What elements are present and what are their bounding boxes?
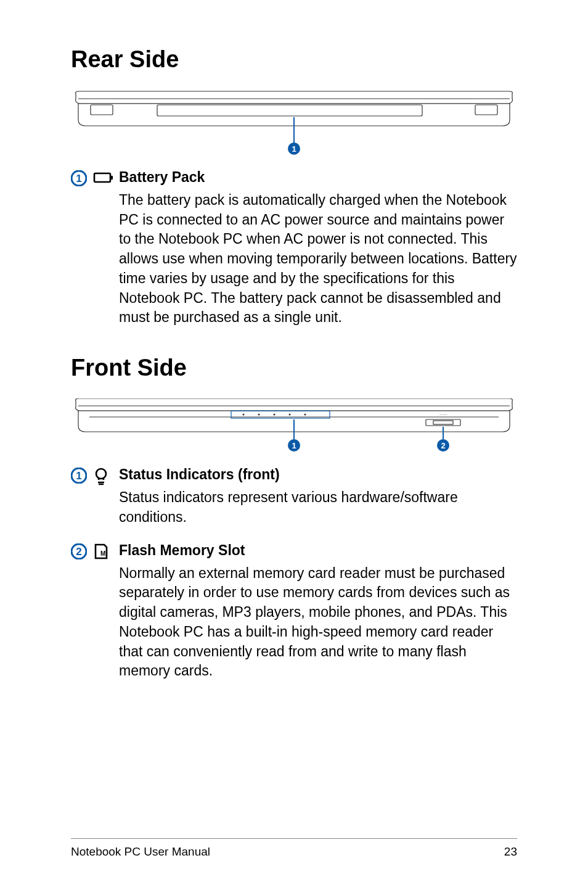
svg-text:M: M: [100, 550, 105, 557]
svg-text:2: 2: [76, 546, 81, 558]
badge-2-icon: 2: [71, 543, 87, 559]
flash-memory-heading: Flash Memory Slot: [119, 542, 517, 559]
svg-point-27: [96, 469, 106, 479]
svg-rect-8: [94, 173, 110, 182]
front-callout-1: 1: [292, 441, 296, 450]
rear-callout-1: 1: [292, 144, 296, 154]
status-indicators-body: Status indicators represent various hard…: [119, 488, 517, 527]
memory-card-icon: M: [93, 543, 110, 561]
badge-1-icon: 1: [71, 468, 87, 484]
footer-page-number: 23: [504, 845, 517, 859]
svg-point-17: [304, 414, 306, 416]
front-callout-2: 2: [441, 441, 445, 450]
svg-point-13: [243, 414, 245, 416]
svg-point-15: [274, 414, 276, 416]
status-indicators-heading: Status Indicators (front): [119, 466, 517, 483]
lightbulb-icon: [93, 468, 110, 486]
front-side-heading: Front Side: [71, 355, 517, 381]
svg-point-14: [258, 414, 260, 416]
svg-point-16: [289, 414, 291, 416]
flash-memory-body: Normally an external memory card reader …: [119, 564, 517, 681]
svg-text:1: 1: [76, 470, 81, 482]
rear-side-diagram: 1: [71, 90, 517, 158]
rear-item-1: 1 Battery Pack The battery pack is autom…: [71, 169, 517, 328]
svg-text:1: 1: [76, 173, 81, 184]
rear-side-heading: Rear Side: [71, 46, 517, 73]
front-item-1: 1 Status Indicators (front) Status indic…: [71, 466, 517, 527]
svg-rect-9: [110, 176, 113, 179]
front-side-diagram: ◦◦◦◦◦◦ 1 2: [71, 398, 517, 455]
battery-pack-body: The battery pack is automatically charge…: [119, 191, 517, 328]
svg-text:◦◦◦◦◦◦: ◦◦◦◦◦◦: [439, 413, 447, 416]
badge-1-icon: 1: [71, 170, 87, 186]
battery-pack-heading: Battery Pack: [119, 169, 517, 186]
footer-left: Notebook PC User Manual: [71, 845, 210, 859]
battery-icon: [93, 170, 114, 185]
front-item-2: 2 M Flash Memory Slot Normally an extern…: [71, 542, 517, 681]
footer-divider: [71, 838, 517, 839]
